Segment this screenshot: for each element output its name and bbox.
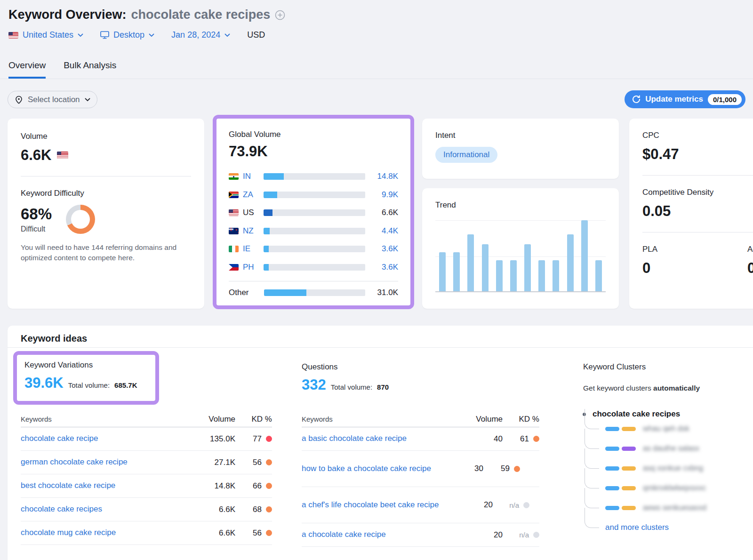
trend-bar — [439, 252, 446, 291]
global-volume-rows: IN 14.8K ZA 9.9K US 6.6K NZ 4.4K — [229, 168, 398, 299]
other-volume-bar — [264, 289, 365, 296]
kd-value: 61 — [520, 434, 529, 444]
country-code-link[interactable]: ZA — [243, 190, 263, 200]
country-row: NZ 4.4K — [229, 222, 398, 240]
col-keywords: Keywords — [302, 415, 462, 423]
variations-total-value: 685.7K — [114, 381, 137, 389]
keyword-clusters-block: Keyword Clusters Get keyword clusters au… — [583, 362, 753, 537]
trend-bar — [567, 234, 574, 291]
country-volume-value[interactable]: 4.4K — [370, 226, 398, 236]
cluster-item: qmknxklwlwqxsxxc — [584, 478, 753, 498]
pla-block: PLA 0 — [642, 245, 753, 277]
difficulty-label: Keyword Difficulty — [21, 189, 191, 198]
cluster-bars-icon — [605, 506, 636, 510]
difficulty-level: Difficult — [21, 225, 52, 233]
country-row: IE 3.6K — [229, 240, 398, 258]
desktop-icon — [100, 31, 109, 39]
tab-bulk-analysis[interactable]: Bulk Analysis — [64, 60, 116, 79]
table-row: best chocolate cake recipe 14.8K 66 — [21, 474, 272, 498]
kd-value: 56 — [253, 458, 262, 467]
keyword-link[interactable]: how to bake a chocolate cake recipe — [302, 464, 431, 473]
country-code-link[interactable]: IE — [243, 244, 263, 254]
more-clusters-link[interactable]: and more clusters — [605, 523, 669, 532]
country-code-link[interactable]: NZ — [243, 226, 263, 236]
trend-bar — [496, 260, 503, 291]
quota-badge: 0/1,000 — [708, 94, 742, 105]
tab-overview[interactable]: Overview — [8, 60, 46, 79]
cpc-value: $0.47 — [642, 146, 753, 163]
refresh-icon — [632, 95, 641, 104]
location-dropdown[interactable]: United States — [8, 30, 83, 40]
intent-badge[interactable]: Informational — [435, 147, 497, 163]
country-volume-value: 6.6K — [370, 208, 398, 217]
ph-flag-icon — [229, 264, 239, 271]
device-dropdown-label: Desktop — [113, 30, 144, 40]
pla-value: 0 — [642, 260, 753, 277]
country-code-link[interactable]: PH — [243, 263, 263, 272]
date-dropdown-label: Jan 28, 2024 — [171, 30, 220, 40]
cluster-item: whau qeh dsk — [584, 419, 753, 439]
country-volume-value[interactable]: 14.8K — [370, 172, 398, 181]
keyword-variations-highlight: Keyword Variations 39.6K Total volume: 6… — [13, 351, 159, 405]
trend-bar — [581, 220, 588, 291]
col-volume: Volume — [195, 415, 235, 424]
chevron-down-icon — [78, 33, 83, 37]
tabs: Overview Bulk Analysis — [8, 60, 116, 79]
country-volume-value[interactable]: 3.6K — [370, 244, 398, 254]
cluster-more-item: and more clusters — [584, 518, 753, 537]
variations-total-label: Total volume: — [68, 381, 110, 389]
keyword-link[interactable]: a chef's life chocolate beet cake recipe — [302, 500, 439, 509]
country-volume-value[interactable]: 9.9K — [370, 190, 398, 200]
table-row: how to bake a chocolate cake recipe 30 5… — [302, 451, 539, 487]
update-metrics-button[interactable]: Update metrics 0/1,000 — [625, 90, 745, 108]
keyword-link[interactable]: chocolate mug cake recipe — [21, 528, 116, 537]
nz-flag-icon — [229, 228, 239, 234]
in-flag-icon — [229, 173, 239, 180]
country-code-link[interactable]: IN — [243, 172, 263, 181]
global-volume-value: 73.9K — [229, 143, 398, 160]
difficulty-percent: 68% — [21, 205, 52, 223]
cluster-item: asq xsnkue cxbng — [584, 458, 753, 478]
keyword-link[interactable]: chocolate cake recipe — [21, 434, 98, 443]
keyword-link[interactable]: a chocolate cake recipe — [302, 530, 386, 539]
divider — [8, 347, 753, 348]
country-volume-value[interactable]: 3.6K — [370, 263, 398, 272]
variations-label: Keyword Variations — [24, 360, 148, 370]
cpc-label: CPC — [642, 131, 753, 140]
country-volume-bar — [264, 264, 365, 271]
cluster-bars-icon — [605, 427, 636, 431]
cluster-tree: whau qeh dsk as dauthe salasx asq xsnkue… — [584, 419, 753, 537]
trend-baseline — [435, 291, 606, 292]
chevron-down-icon — [224, 33, 230, 37]
keyword-link[interactable]: a basic chocolate cake recipe — [302, 434, 407, 443]
trend-bar — [553, 260, 559, 291]
keyword-link[interactable]: chocolate cake recipes — [21, 504, 102, 513]
volume-value: 6.6K — [21, 147, 191, 164]
table-row: a basic chocolate cake recipe 40 61 — [302, 427, 539, 451]
keyword-ideas-title: Keyword ideas — [21, 333, 87, 344]
za-flag-icon — [229, 192, 239, 198]
kd-dot — [266, 459, 272, 465]
difficulty-note: You will need to have 144 referring doma… — [21, 242, 191, 264]
global-volume-highlight: Global Volume 73.9K IN 14.8K ZA 9.9K US … — [213, 115, 414, 309]
country-volume-bar — [264, 228, 365, 234]
keyword-link[interactable]: german chocolate cake recipe — [21, 457, 128, 466]
date-dropdown[interactable]: Jan 28, 2024 — [171, 30, 230, 40]
ads-label: Ads — [747, 245, 753, 254]
select-location-button[interactable]: Select location — [8, 91, 97, 108]
divider — [21, 176, 191, 176]
trend-label: Trend — [435, 200, 606, 210]
device-dropdown[interactable]: Desktop — [100, 30, 154, 40]
add-keyword-icon[interactable] — [275, 10, 285, 20]
kd-value: 59 — [501, 464, 510, 473]
kd-dot — [266, 483, 272, 489]
volume-number: 6.6K — [21, 147, 51, 164]
keyword-link[interactable]: best chocolate cake recipe — [21, 481, 115, 490]
questions-total-label: Total volume: — [331, 383, 372, 391]
us-flag-icon — [57, 152, 68, 159]
cluster-bars-icon — [605, 466, 636, 471]
other-label: Other — [229, 288, 263, 297]
location-dropdown-label: United States — [23, 30, 73, 40]
variations-table: Keywords Volume KD % chocolate cake reci… — [21, 411, 272, 545]
keyword-volume: 20 — [452, 500, 493, 510]
